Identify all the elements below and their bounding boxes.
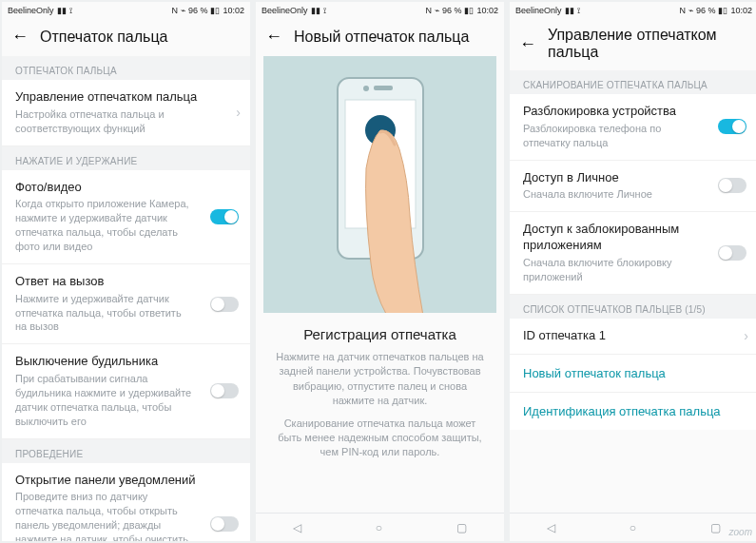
bt-icon: ⌁ (181, 6, 185, 15)
back-icon[interactable]: ← (519, 34, 536, 54)
row-title: Открытие панели уведомлений (15, 473, 237, 489)
phone-finger-icon (319, 73, 442, 313)
row-photo-video[interactable]: Фото/видео Когда открыто приложение Каме… (2, 170, 250, 264)
carrier-label: BeelineOnly (262, 6, 308, 15)
nav-bar: ◁ ○ ▢ (510, 513, 756, 541)
row-title: Доступ в Личное (523, 170, 745, 186)
toggle-photo[interactable] (210, 209, 239, 224)
row-subtitle: Сначала включите блокировку приложений (523, 256, 745, 284)
nav-back-icon[interactable]: ◁ (293, 521, 301, 534)
clock: 10:02 (476, 6, 498, 15)
row-subtitle: При срабатывании сигнала будильника нажм… (15, 372, 237, 428)
nav-recent-icon[interactable]: ▢ (456, 521, 467, 534)
link-identify-fingerprint[interactable]: Идентификация отпечатка пальца (510, 393, 756, 430)
row-title: Доступ к заблокированным приложениям (523, 222, 745, 254)
toggle-panel[interactable] (210, 516, 239, 532)
wifi-icon: ⟟ (323, 6, 326, 16)
chevron-right-icon: › (236, 105, 241, 120)
row-manage-fingerprint[interactable]: Управление отпечатком пальца Настройка о… (2, 80, 250, 146)
nfc-icon: N (171, 6, 178, 15)
status-bar: BeelineOnly ▮▮ ⟟ N ⌁ 96 % ▮▯ 10:02 (256, 2, 504, 19)
section-label-swipe: ПРОВЕДЕНИЕ (2, 439, 250, 463)
battery-icon: ▮▯ (210, 6, 220, 15)
row-stop-alarm[interactable]: Выключение будильника При срабатывании с… (2, 344, 250, 438)
fingerprint-illustration (263, 56, 496, 313)
chevron-right-icon: › (744, 328, 748, 343)
status-bar: BeelineOnly ▮▮ ⟟ N ⌁ 96 % ▮▯ 10:02 (510, 2, 756, 19)
battery-icon: ▮▯ (464, 6, 474, 15)
carrier-label: BeelineOnly (515, 6, 562, 15)
header: ← Отпечаток пальца (2, 19, 250, 56)
svg-point-2 (363, 86, 369, 91)
row-title: Разблокировка устройства (523, 104, 745, 120)
nfc-icon: N (679, 6, 686, 15)
battery-pct: 96 % (696, 6, 716, 15)
row-title: Управление отпечатком пальца (15, 89, 237, 106)
page-title: Отпечаток пальца (40, 29, 167, 46)
registration-text-1: Нажмите на датчик отпечатков пальцев на … (275, 350, 485, 409)
nav-back-icon[interactable]: ◁ (547, 521, 555, 534)
clock: 10:02 (730, 6, 752, 15)
registration-text-2: Сканирование отпечатка пальца может быть… (275, 417, 485, 460)
row-title: ID отпечатка 1 (523, 328, 745, 344)
row-app-lock[interactable]: Доступ к заблокированным приложениям Сна… (510, 212, 756, 294)
screen-manage-fingerprint: BeelineOnly ▮▮ ⟟ N ⌁ 96 % ▮▯ 10:02 ← Упр… (510, 2, 756, 541)
svg-rect-3 (374, 86, 393, 90)
nav-bar: ◁ ○ ▢ (256, 513, 504, 541)
page-title: Управление отпечатком пальца (548, 27, 748, 61)
watermark: zoom (729, 527, 752, 537)
nav-home-icon[interactable]: ○ (630, 521, 636, 534)
content: ОТПЕЧАТОК ПАЛЬЦА Управление отпечатком п… (2, 56, 250, 541)
toggle-unlock[interactable] (718, 119, 746, 134)
clock: 10:02 (223, 6, 244, 15)
row-subtitle: Когда открыто приложение Камера, нажмите… (15, 197, 237, 253)
row-title: Ответ на вызов (15, 274, 237, 290)
signal-icon: ▮▮ (565, 6, 574, 15)
section-label-hold: НАЖАТИЕ И УДЕРЖАНИЕ (2, 146, 250, 170)
battery-pct: 96 % (442, 6, 462, 15)
registration-title: Регистрация отпечатка (271, 326, 489, 342)
screen-fingerprint-settings: BeelineOnly ▮▮ ⟟ N ⌁ 96 % ▮▯ 10:02 ← Отп… (2, 2, 250, 541)
bt-icon: ⌁ (435, 6, 439, 15)
back-icon[interactable]: ← (11, 27, 29, 47)
row-subtitle: Разблокировка телефона по отпечатку паль… (523, 122, 745, 150)
nav-home-icon[interactable]: ○ (376, 521, 382, 534)
row-fingerprint-id-1[interactable]: ID отпечатка 1 › (510, 319, 756, 355)
wifi-icon: ⟟ (577, 6, 580, 16)
section-label-fingerprint: ОТПЕЧАТОК ПАЛЬЦА (2, 56, 250, 80)
row-unlock-device[interactable]: Разблокировка устройства Разблокировка т… (510, 94, 756, 161)
header: ← Новый отпечаток пальца (256, 19, 504, 56)
row-subtitle: Проведите вниз по датчику отпечатка паль… (15, 490, 237, 541)
toggle-alarm[interactable] (210, 383, 239, 398)
link-new-fingerprint[interactable]: Новый отпечаток пальца (510, 355, 756, 393)
row-title: Выключение будильника (15, 354, 237, 370)
row-subtitle: Сначала включите Личное (523, 187, 745, 202)
battery-pct: 96 % (188, 6, 208, 15)
status-bar: BeelineOnly ▮▮ ⟟ N ⌁ 96 % ▮▯ 10:02 (2, 2, 250, 19)
page-title: Новый отпечаток пальца (294, 29, 469, 46)
section-label-list: СПИСОК ОТПЕЧАТКОВ ПАЛЬЦЕВ (1/5) (510, 295, 756, 319)
toggle-safe[interactable] (718, 178, 746, 193)
row-answer-call[interactable]: Ответ на вызов Нажмите и удерживайте дат… (2, 264, 250, 344)
wifi-icon: ⟟ (69, 6, 72, 16)
screen-new-fingerprint: BeelineOnly ▮▮ ⟟ N ⌁ 96 % ▮▯ 10:02 ← Нов… (256, 2, 504, 541)
battery-icon: ▮▯ (718, 6, 727, 15)
row-subtitle: Нажмите и удерживайте датчик отпечатка п… (15, 292, 237, 335)
row-title: Фото/видео (15, 180, 237, 196)
row-open-notifications[interactable]: Открытие панели уведомлений Проведите вн… (2, 463, 250, 541)
back-icon[interactable]: ← (265, 27, 282, 47)
signal-icon: ▮▮ (311, 6, 320, 15)
carrier-label: BeelineOnly (8, 6, 54, 15)
row-access-safe[interactable]: Доступ в Личное Сначала включите Личное (510, 161, 756, 213)
header: ← Управление отпечатком пальца (510, 19, 756, 70)
section-label-scan: СКАНИРОВАНИЕ ОТПЕЧАТКА ПАЛЬЦА (510, 70, 756, 94)
nfc-icon: N (425, 6, 432, 15)
content: Регистрация отпечатка Нажмите на датчик … (256, 56, 504, 541)
nav-recent-icon[interactable]: ▢ (710, 521, 721, 534)
toggle-answer[interactable] (210, 297, 239, 312)
content: СКАНИРОВАНИЕ ОТПЕЧАТКА ПАЛЬЦА Разблокиро… (510, 70, 756, 541)
bt-icon: ⌁ (688, 6, 693, 15)
signal-icon: ▮▮ (57, 6, 67, 15)
toggle-applock[interactable] (718, 245, 746, 261)
row-subtitle: Настройка отпечатка пальца и соответству… (15, 107, 237, 136)
